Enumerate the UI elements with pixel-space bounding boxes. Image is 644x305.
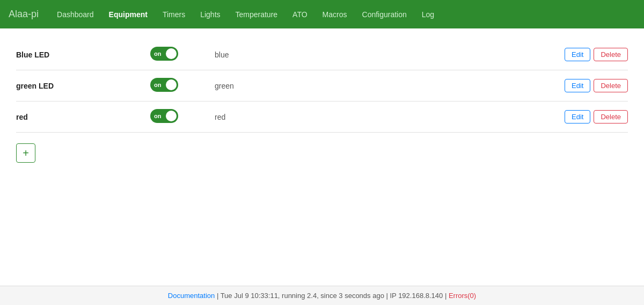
nav-log[interactable]: Log xyxy=(420,8,436,21)
errors-label: Errors(0) xyxy=(449,292,476,300)
footer-status: Tue Jul 9 10:33:11, running 2.4, since 3… xyxy=(221,292,447,300)
equipment-toggle-cell: on xyxy=(150,47,215,62)
footer: Documentation | Tue Jul 9 10:33:11, runn… xyxy=(0,286,644,305)
brand: Alaa-pi xyxy=(9,9,39,20)
equipment-actions: Edit Delete xyxy=(565,79,628,92)
equipment-color: green xyxy=(215,82,565,90)
nav-lights[interactable]: Lights xyxy=(198,8,222,21)
equipment-list: Blue LED on blue Edit Delete green LED o… xyxy=(16,39,628,133)
toggle-label: on xyxy=(154,82,161,88)
edit-button[interactable]: Edit xyxy=(565,110,590,124)
equipment-actions: Edit Delete xyxy=(565,48,628,61)
equipment-row: red on red Edit Delete xyxy=(16,101,628,133)
navbar: Alaa-pi Dashboard Equipment Timers Light… xyxy=(0,0,644,28)
nav-ato[interactable]: ATO xyxy=(290,8,310,21)
nav-dashboard[interactable]: Dashboard xyxy=(55,8,96,21)
toggle-label: on xyxy=(154,50,161,57)
equipment-name: Blue LED xyxy=(16,50,150,59)
equipment-row: Blue LED on blue Edit Delete xyxy=(16,39,628,70)
brand-suffix: -pi xyxy=(28,9,39,19)
footer-separator: | xyxy=(217,292,221,300)
toggle-switch[interactable]: on xyxy=(150,47,178,61)
nav-configuration[interactable]: Configuration xyxy=(360,8,409,21)
toggle-knob xyxy=(166,48,177,59)
edit-button[interactable]: Edit xyxy=(565,79,590,92)
nav-temperature[interactable]: Temperature xyxy=(233,8,280,21)
toggle-switch[interactable]: on xyxy=(150,109,178,123)
edit-button[interactable]: Edit xyxy=(565,48,590,61)
equipment-name: green LED xyxy=(16,82,150,90)
toggle-knob xyxy=(166,111,177,121)
equipment-color: blue xyxy=(215,50,565,59)
brand-name: Alaa xyxy=(9,9,28,19)
delete-button[interactable]: Delete xyxy=(594,48,628,61)
nav-timers[interactable]: Timers xyxy=(160,8,187,21)
toggle-knob xyxy=(166,79,177,90)
equipment-row: green LED on green Edit Delete xyxy=(16,70,628,101)
documentation-link[interactable]: Documentation xyxy=(168,292,215,300)
delete-button[interactable]: Delete xyxy=(594,110,628,124)
equipment-toggle-cell: on xyxy=(150,78,215,93)
equipment-toggle-cell: on xyxy=(150,109,215,125)
nav-macros[interactable]: Macros xyxy=(320,8,349,21)
toggle-label: on xyxy=(154,113,161,119)
equipment-name: red xyxy=(16,113,150,121)
delete-button[interactable]: Delete xyxy=(594,79,628,92)
equipment-actions: Edit Delete xyxy=(565,110,628,124)
main-content: Blue LED on blue Edit Delete green LED o… xyxy=(0,28,644,286)
toggle-switch[interactable]: on xyxy=(150,78,178,92)
equipment-color: red xyxy=(215,113,565,121)
nav-equipment[interactable]: Equipment xyxy=(107,8,150,21)
add-equipment-button[interactable]: + xyxy=(16,143,35,163)
